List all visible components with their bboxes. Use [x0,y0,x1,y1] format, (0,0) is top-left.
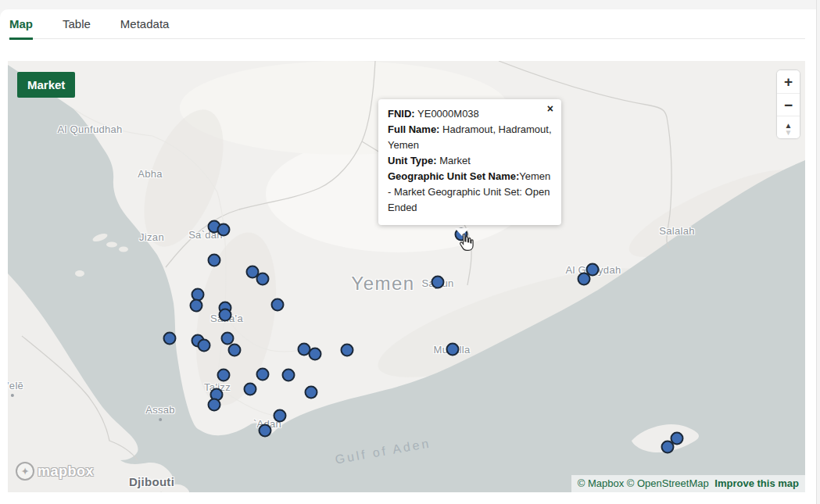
popup-fields: FNID: YE0000M038 Full Name: Hadramout, H… [388,106,552,216]
place-label: Al Qunfudhah [57,123,122,135]
market-marker[interactable] [190,299,203,313]
market-marker[interactable] [163,332,177,345]
market-marker[interactable] [341,344,354,357]
popup-field: Full Name: Hadramout, Hadramout, Yemen [388,122,552,153]
attribution-osm-link[interactable]: © OpenStreetMap [627,477,709,489]
market-marker[interactable] [446,343,460,356]
layer-badge: Market [17,72,75,98]
zoom-out-button[interactable]: − [777,93,800,116]
compass-down-icon: ▼ [777,129,800,136]
improve-map-link[interactable]: Improve this map [714,477,799,489]
map-canvas[interactable]: Yemen Gulf of Aden Al Qunfudhah Abha Jiz… [8,61,805,492]
popup-field: Unit Type: Market [388,153,552,169]
tab[interactable]: Table [63,13,91,40]
popup-field: Geographic Unit Set Name:Yemen - Market … [388,169,552,216]
place-label: Salalah [659,225,694,237]
mapbox-logo-icon: ✦ [16,462,34,481]
marker-popup: × FNID: YE0000M038 Full Name: Hadramout,… [378,99,561,225]
market-marker[interactable] [431,276,445,289]
popup-tail [455,228,469,236]
market-marker[interactable] [244,383,257,396]
market-marker[interactable] [271,298,285,312]
compass-button[interactable]: ▲▼ [777,116,800,138]
market-marker[interactable] [198,339,211,352]
market-marker[interactable] [208,254,221,267]
mapbox-logo-text: mapbox [38,463,94,480]
market-marker[interactable] [208,399,221,412]
market-marker[interactable] [282,369,295,382]
market-marker[interactable] [228,344,242,357]
tab[interactable]: Metadata [120,13,170,40]
market-marker[interactable] [309,348,322,361]
place-label: Djibouti [129,475,174,488]
attribution-mapbox-link[interactable]: © Mapbox [578,477,624,489]
place-label: Jizan [139,231,164,243]
market-marker[interactable] [219,309,232,322]
market-marker[interactable] [256,368,270,381]
market-marker[interactable] [259,424,272,438]
mapbox-logo[interactable]: ✦ mapbox [16,462,94,481]
market-marker[interactable] [661,441,675,454]
market-marker[interactable] [578,273,591,286]
market-marker[interactable] [217,369,231,382]
tab-bar: Map Table Metadata [8,13,805,39]
map-attribution: © Mapbox © OpenStreetMap Improve this ma… [571,475,805,492]
market-marker[interactable] [274,409,287,423]
place-label: Assab [145,404,175,421]
market-marker[interactable] [256,273,270,286]
place-label: kʼelē [8,380,23,397]
market-marker[interactable] [305,386,318,399]
tab[interactable]: Map [9,13,33,40]
country-label: Yemen [351,273,414,295]
map-nav-controls: + − ▲▼ [776,70,800,139]
scrollbar-gutter [816,0,817,504]
place-label: Abha [138,168,163,180]
market-marker[interactable] [217,223,231,237]
popup-field: FNID: YE0000M038 [388,106,552,122]
zoom-in-button[interactable]: + [777,70,800,93]
popup-close-button[interactable]: × [544,101,557,116]
